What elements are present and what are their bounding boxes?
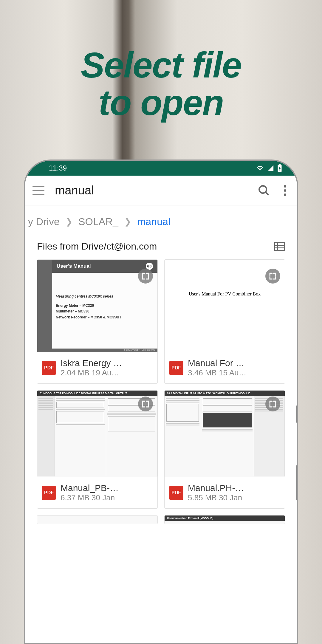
file-card[interactable]: 01 MODBUS TCP I/O MODULE 8 DIGITAL INPUT…: [37, 390, 158, 509]
expand-icon[interactable]: [265, 397, 280, 411]
file-thumbnail: User's Manual GB Measuring centres MC3x0…: [37, 260, 157, 352]
more-menu-icon[interactable]: [281, 185, 290, 196]
file-meta: 6.37 MB 30 Jan: [61, 493, 153, 502]
status-bar: 11:39: [25, 161, 297, 176]
expand-icon[interactable]: [138, 269, 153, 284]
battery-charging-icon: [277, 164, 282, 172]
chevron-right-icon: ❯: [124, 217, 131, 227]
file-thumbnail: 09 4 DIGITAL INPUT / 4 NTC & PTC / 8 DIG…: [165, 391, 285, 477]
chevron-right-icon: ❯: [66, 217, 72, 227]
breadcrumb-item[interactable]: SOLAR_: [78, 216, 118, 227]
file-meta: 2.04 MB 19 Au…: [61, 368, 153, 377]
file-title: Manual.PH-…: [188, 483, 280, 493]
file-grid: User's Manual GB Measuring centres MC3x0…: [25, 259, 297, 524]
svg-rect-4: [275, 242, 285, 250]
svg-rect-1: [279, 164, 281, 165]
file-meta: 5.85 MB 30 Jan: [188, 493, 280, 502]
phone-frame: 11:39 manual y Drive ❯ SOLAR_ ❯ manual F…: [24, 160, 298, 644]
phone-side-button: [296, 405, 298, 423]
svg-point-2: [259, 186, 267, 193]
file-title: Manual For …: [188, 358, 280, 368]
app-bar: manual: [25, 176, 297, 205]
breadcrumb: y Drive ❯ SOLAR_ ❯ manual: [25, 205, 297, 238]
file-card[interactable]: User's Manual For PV Combiner Box PDF Ma…: [164, 259, 285, 384]
file-meta: 3.46 MB 15 Au…: [188, 368, 280, 377]
file-card[interactable]: User's Manual GB Measuring centres MC3x0…: [37, 259, 158, 384]
pdf-icon: PDF: [169, 361, 183, 375]
pdf-icon: PDF: [42, 486, 56, 500]
search-icon[interactable]: [258, 184, 270, 197]
menu-icon[interactable]: [32, 186, 44, 195]
section-header: Files from Drive/ct@ion.com: [25, 238, 297, 259]
file-thumbnail: 01 MODBUS TCP I/O MODULE 8 DIGITAL INPUT…: [37, 391, 157, 477]
marketing-headline: Select file to open: [0, 46, 322, 121]
pdf-icon: PDF: [42, 361, 56, 375]
status-time: 11:39: [40, 164, 67, 172]
list-view-icon[interactable]: [274, 242, 285, 251]
file-title: Iskra Energy …: [61, 358, 153, 368]
expand-icon[interactable]: [265, 269, 280, 284]
file-card[interactable]: [37, 515, 158, 524]
expand-icon[interactable]: [138, 397, 153, 411]
breadcrumb-item[interactable]: y Drive: [28, 216, 60, 227]
file-card[interactable]: 09 4 DIGITAL INPUT / 4 NTC & PTC / 8 DIG…: [164, 390, 285, 509]
phone-side-button: [296, 465, 298, 501]
file-thumbnail: User's Manual For PV Combiner Box: [165, 260, 285, 352]
file-card[interactable]: Communication Protocol (MODBUS): [164, 515, 285, 524]
pdf-icon: PDF: [169, 486, 183, 500]
app-bar-title: manual: [55, 184, 247, 197]
section-title: Files from Drive/ct@ion.com: [37, 241, 157, 252]
breadcrumb-item-active[interactable]: manual: [137, 216, 171, 227]
signal-icon: [267, 165, 274, 171]
wifi-icon: [256, 165, 264, 171]
file-title: Manual_PB-…: [61, 483, 153, 493]
svg-line-3: [265, 192, 269, 195]
